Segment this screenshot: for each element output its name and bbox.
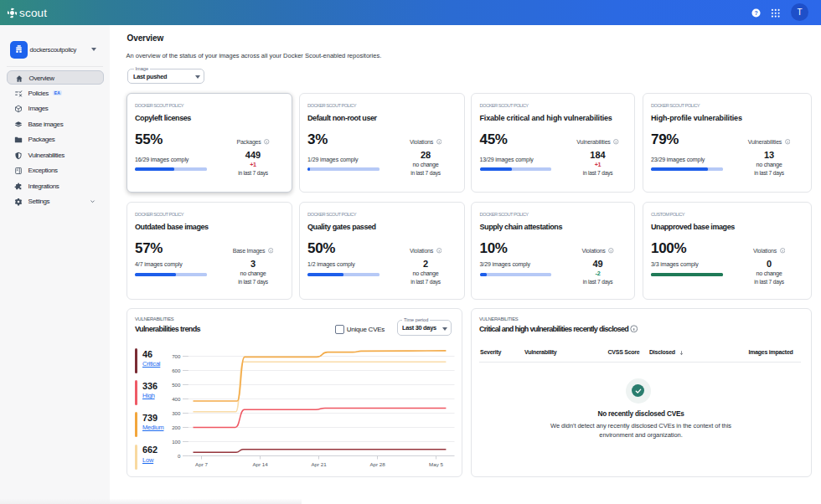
svg-text:500: 500 (172, 381, 181, 387)
svg-text:Apr 7: Apr 7 (195, 460, 208, 466)
svg-text:Apr 14: Apr 14 (252, 460, 268, 466)
svg-text:700: 700 (172, 352, 181, 358)
svg-text:0: 0 (178, 452, 181, 458)
svg-text:Apr 21: Apr 21 (311, 460, 327, 466)
svg-text:100: 100 (172, 438, 181, 444)
svg-text:200: 200 (172, 424, 181, 429)
svg-text:600: 600 (172, 367, 181, 373)
svg-text:400: 400 (172, 395, 181, 401)
svg-text:May 5: May 5 (429, 460, 443, 466)
svg-text:?: ? (754, 10, 757, 16)
svg-text:300: 300 (172, 409, 181, 415)
svg-text:Apr 28: Apr 28 (369, 460, 385, 466)
